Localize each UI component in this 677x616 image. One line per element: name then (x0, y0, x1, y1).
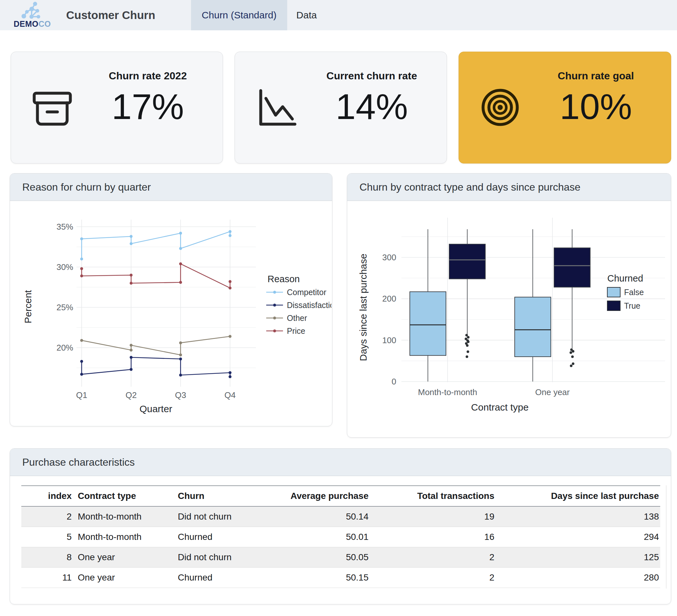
table-cell: 50.01 (270, 527, 370, 547)
y-axis-title: Percent (22, 290, 33, 324)
trend-down-chart-icon (254, 85, 299, 130)
series-line-price (80, 263, 232, 290)
column-header: Days since last purchase (496, 486, 660, 506)
series-line-competitor (80, 230, 232, 260)
table-cell: 294 (496, 527, 660, 547)
x-axis-title: Quarter (139, 404, 172, 414)
table-cell: Month-to-month (73, 506, 173, 527)
panel-churn-by-contract: Churn by contract type and days since pu… (347, 173, 671, 438)
panel-title: Reason for churn by quarter (10, 174, 332, 201)
y-tick-label: 100 (382, 335, 396, 345)
archive-box-icon (30, 85, 75, 130)
legend-label: Other (287, 314, 307, 323)
table-cell: 50.05 (270, 547, 370, 568)
boxplot-svg: 0100200300Month-to-monthOne yearContract… (347, 201, 670, 437)
table-cell: 11 (21, 568, 73, 588)
kpi-card-churn-rate-goal: Churn rate goal 10% (458, 52, 671, 163)
table-cell: One year (73, 547, 173, 568)
x-tick-label: Q1 (76, 390, 87, 400)
x-tick-label: Q3 (175, 390, 186, 400)
table-cell: One year (73, 568, 173, 588)
tab-churn-standard[interactable]: Churn (Standard) (191, 0, 287, 30)
gridlines (77, 220, 256, 387)
purchase-table-body: 2Month-to-monthDid not churn50.14191385M… (21, 506, 660, 588)
table-cell: 50.15 (270, 568, 370, 588)
table-cell: 2 (370, 568, 496, 588)
dashboard-page: { "header": { "brand_bold": "DEMO", "bra… (0, 0, 677, 616)
y-tick-label: 0 (392, 377, 396, 386)
table-cell: 8 (21, 547, 73, 568)
reason-chart: 35%30%25%20%Q1Q2Q3Q4QuarterPercentReason… (10, 201, 332, 426)
boxplot-box-false-one-year (515, 229, 551, 382)
table-row: 2Month-to-monthDid not churn50.1419138 (21, 506, 660, 527)
boxplot-box-false-month-to-month (410, 229, 446, 382)
table-cell: Did not churn (173, 506, 270, 527)
series-line-other (80, 335, 232, 357)
contract-boxplot-chart: 0100200300Month-to-monthOne yearContract… (347, 201, 671, 438)
kpi-card-current-churn-rate: Current churn rate 14% (235, 52, 447, 163)
table-cell: Month-to-month (73, 527, 173, 547)
chart-legend: ChurnedFalseTrue (607, 273, 644, 311)
x-tick-label: Q4 (225, 390, 236, 400)
panel-reason-for-churn: Reason for churn by quarter 35%30%25%20%… (10, 173, 332, 426)
y-tick-label: 200 (382, 294, 396, 303)
tab-data[interactable]: Data (287, 0, 326, 30)
table-row: 5Month-to-monthChurned50.0116294 (21, 527, 660, 547)
table-cell: 50.14 (270, 506, 370, 527)
kpi-value: 17% (82, 84, 214, 129)
x-tick-label: One year (535, 387, 570, 397)
legend-label: Dissatisfaction (287, 300, 331, 310)
molecule-icon (11, 1, 54, 21)
page-title: Customer Churn (66, 0, 155, 30)
table-row: 8One yearDid not churn50.052125 (21, 547, 660, 568)
column-header: Total transactions (370, 486, 496, 506)
kpi-title: Current churn rate (306, 70, 438, 82)
kpi-title: Churn rate 2022 (82, 70, 214, 82)
column-header: Contract type (73, 486, 173, 506)
line-chart-svg: 35%30%25%20%Q1Q2Q3Q4QuarterPercentReason… (10, 201, 331, 426)
x-tick-label: Month-to-month (418, 387, 477, 397)
table-cell: 125 (496, 547, 660, 568)
x-tick-label: Q2 (126, 390, 137, 400)
table-cell: 138 (496, 506, 660, 527)
table-cell: 5 (21, 527, 73, 547)
y-tick-label: 20% (56, 343, 73, 352)
legend-label: Price (287, 326, 305, 335)
legend-title: Churned (607, 273, 643, 283)
table-cell: Churned (173, 527, 270, 547)
table-cell: Churned (173, 568, 270, 588)
boxplot-box-true-month-to-month (449, 229, 485, 358)
y-tick-label: 35% (56, 222, 73, 232)
legend-label: True (624, 301, 640, 310)
x-axis-title: Contract type (471, 402, 529, 413)
panel-purchase-characteristics: Purchase characteristics indexContract t… (10, 448, 671, 604)
y-tick-label: 25% (56, 302, 73, 312)
table-scroll-track[interactable] (666, 485, 666, 588)
y-axis-title: Days since last purchase (358, 253, 368, 361)
kpi-value: 14% (306, 84, 438, 129)
series-line-dissatisfaction (80, 356, 232, 378)
panel-title: Churn by contract type and days since pu… (347, 174, 671, 201)
boxplot-box-true-one-year (554, 229, 590, 367)
table-cell: 16 (370, 527, 496, 547)
app-header: DEMOCO Customer Churn Churn (Standard) D… (0, 0, 677, 30)
y-tick-label: 30% (56, 262, 73, 272)
column-header: Churn (173, 486, 270, 506)
table-row: 11One yearChurned50.152280 (21, 568, 660, 588)
kpi-title: Churn rate goal (530, 70, 662, 82)
brand-text: DEMOCO (11, 20, 54, 28)
panel-title: Purchase characteristics (10, 448, 671, 476)
y-tick-label: 300 (382, 252, 396, 262)
kpi-card-churn-rate-2022: Churn rate 2022 17% (11, 52, 223, 163)
purchase-table-head-row: indexContract typeChurnAverage purchaseT… (21, 486, 660, 506)
column-header: index (21, 486, 73, 506)
brand-logo: DEMOCO (11, 1, 54, 30)
legend-label: False (624, 288, 644, 297)
chart-legend: ReasonCompetitorDissatisfactionOtherPric… (266, 274, 331, 335)
target-icon (478, 85, 523, 130)
table-cell: 280 (496, 568, 660, 588)
kpi-value: 10% (530, 84, 662, 129)
table-cell: 19 (370, 506, 496, 527)
table-cell: 2 (370, 547, 496, 568)
legend-title: Reason (268, 274, 300, 284)
